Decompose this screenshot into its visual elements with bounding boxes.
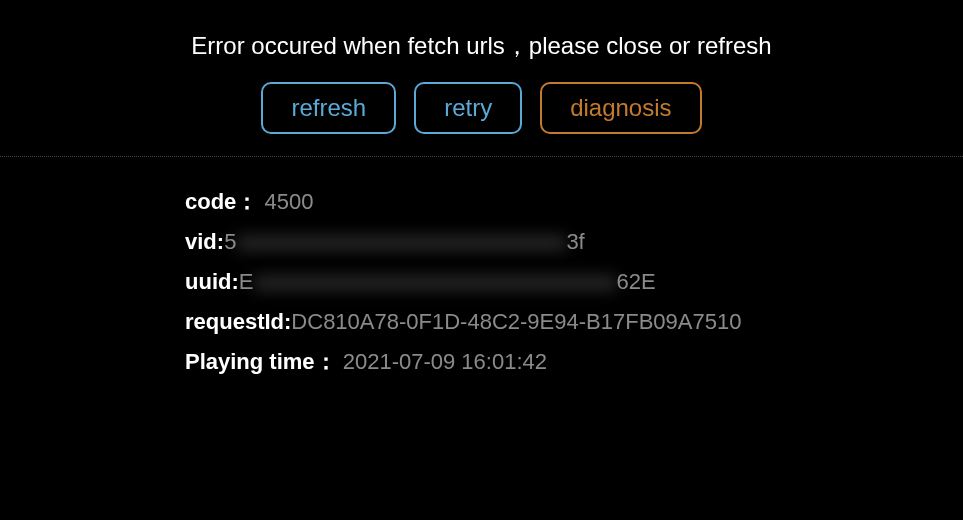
- diagnosis-button[interactable]: diagnosis: [540, 82, 701, 134]
- requestid-label: requestId:: [185, 309, 291, 334]
- button-row: refresh retry diagnosis: [0, 82, 963, 156]
- refresh-button[interactable]: refresh: [261, 82, 396, 134]
- vid-row: vid:5xxxxxxxxxxxxxxxxxxxxxxxxxxxxxx3f: [185, 225, 770, 259]
- details-section: code： 4500 vid:5xxxxxxxxxxxxxxxxxxxxxxxx…: [0, 157, 770, 385]
- playingtime-row: Playing time： 2021-07-09 16:01:42: [185, 345, 770, 379]
- uuid-label: uuid:: [185, 269, 239, 294]
- uuid-prefix: E: [239, 269, 254, 294]
- vid-suffix: 3f: [566, 229, 584, 254]
- playingtime-label: Playing time：: [185, 349, 337, 374]
- uuid-suffix: 62E: [616, 269, 655, 294]
- vid-blurred: xxxxxxxxxxxxxxxxxxxxxxxxxxxxxx: [236, 229, 566, 254]
- code-value: 4500: [264, 189, 313, 214]
- error-panel: Error occured when fetch urls，please clo…: [0, 0, 963, 520]
- requestid-value: DC810A78-0F1D-48C2-9E94-B17FB09A7510: [291, 309, 741, 334]
- retry-button[interactable]: retry: [414, 82, 522, 134]
- code-row: code： 4500: [185, 185, 770, 219]
- requestid-row: requestId:DC810A78-0F1D-48C2-9E94-B17FB0…: [185, 305, 770, 339]
- playingtime-value: 2021-07-09 16:01:42: [343, 349, 547, 374]
- vid-prefix: 5: [224, 229, 236, 254]
- uuid-blurred: xxxxxxxxxxxxxxxxxxxxxxxxxxxxxxxxx: [253, 269, 616, 294]
- uuid-row: uuid:Exxxxxxxxxxxxxxxxxxxxxxxxxxxxxxxxx6…: [185, 265, 770, 299]
- vid-label: vid:: [185, 229, 224, 254]
- code-label: code：: [185, 189, 258, 214]
- error-message: Error occured when fetch urls，please clo…: [0, 0, 963, 82]
